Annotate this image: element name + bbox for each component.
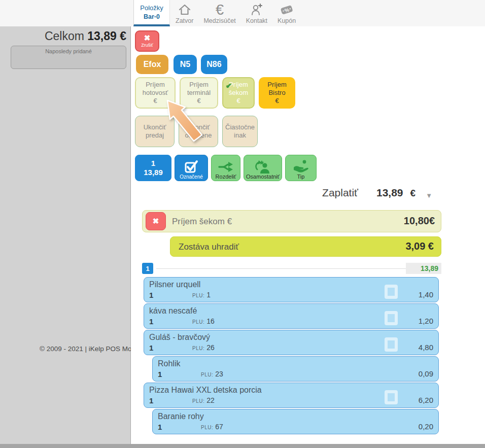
item-checkbox[interactable] (385, 337, 398, 352)
tab-label: Položky (140, 4, 163, 12)
marked-button[interactable]: Označené (175, 155, 208, 181)
remaining-row: Zostáva uhradiť 3,09 € (170, 236, 441, 257)
close-icon: ✖ (144, 35, 151, 42)
device-button-n86[interactable]: N86 (201, 55, 227, 74)
item-name: Pilsner urquell (149, 280, 200, 289)
group-number-badge: 1 (142, 263, 153, 274)
item-name: káva nescafé (149, 306, 197, 316)
nav-item-kontakt[interactable]: Kontakt (241, 0, 272, 24)
nav-label: Zatvor (176, 17, 193, 24)
plu-label: PLU: (192, 319, 204, 325)
total-value: 13,89 € (87, 29, 126, 43)
order-total: Celkom 13,89 € (45, 29, 126, 43)
toolbar-nav: Zatvor € Medzisúčet Kontakt % Kupón (170, 0, 301, 26)
pay-amount: 13,89 (376, 187, 403, 199)
receipt-item-row[interactable]: Pizza Hawai XXL detska porcia 1 PLU: 22 … (144, 383, 439, 408)
payment-entry-row: ✖ Príjem šekom € 10,80€ (142, 210, 441, 232)
item-qty: 1 (149, 343, 153, 352)
item-qty: 1 (149, 317, 153, 326)
home-icon (178, 2, 192, 17)
remaining-label: Zostáva uhradiť (179, 242, 239, 252)
main-panel: ✖ Zrušiť Efox N5 N86 Príjem hotovosť € P… (131, 26, 485, 444)
item-checkbox[interactable] (385, 311, 398, 325)
tip-button[interactable]: Tip (285, 155, 317, 181)
check-icon: ✔ (226, 82, 232, 90)
nav-label: Kontakt (246, 17, 267, 24)
cancel-label: Zrušiť (141, 43, 153, 48)
separate-person-icon (254, 159, 272, 174)
plu-value: 67 (215, 423, 223, 431)
item-qty: 1 (149, 396, 153, 405)
nav-label: Kupón (278, 17, 296, 24)
item-price: 0,20 (419, 422, 433, 431)
order-sidebar: Celkom 13,89 € Naposledy pridané © 2009 … (0, 26, 131, 444)
chevron-down-icon[interactable]: ▼ (426, 192, 432, 199)
nav-label: Medzisúčet (203, 17, 235, 24)
close-icon: ✖ (153, 217, 159, 226)
coupon-icon: % (279, 2, 294, 17)
item-name: Baranie rohy (158, 412, 204, 421)
payment-button-cash[interactable]: Príjem hotovosť € (135, 77, 176, 109)
item-price: 1,40 (419, 290, 433, 299)
pay-label: Zaplatiť (322, 187, 358, 199)
finish-deferred-button[interactable]: Ukončiť odložene (179, 116, 218, 147)
item-qty: 1 (158, 423, 162, 431)
item-price: 1,20 (419, 317, 433, 325)
plu-label: PLU: (192, 398, 204, 404)
plu-value: 1 (206, 291, 211, 299)
split-icon (217, 160, 234, 174)
recently-added-label: Naposledy pridané (11, 46, 126, 54)
divider (156, 268, 406, 269)
plu-value: 26 (206, 343, 215, 352)
payment-button-cheque-selected[interactable]: ✔ Príjem šekom € (222, 77, 255, 109)
remove-payment-button[interactable]: ✖ (146, 212, 166, 230)
receipt-subitem-row[interactable]: Baranie rohy 1 PLU: 67 0,20 (152, 409, 439, 434)
bottom-edge-strip (0, 444, 485, 448)
receipt-subitem-row[interactable]: Rohlik 1 PLU: 23 0,09 (152, 356, 439, 382)
partial-other-button[interactable]: Čiastočne inak (222, 116, 258, 147)
item-price: 6,20 (419, 396, 433, 404)
receipt-item-row[interactable]: káva nescafé 1 PLU: 16 1,20 (144, 303, 439, 329)
item-price: 4,80 (419, 343, 433, 352)
plu-value: 22 (206, 396, 215, 404)
receipt-item-row[interactable]: Pilsner urquell 1 PLU: 1 1,40 (144, 277, 439, 302)
plu-label: PLU: (192, 346, 204, 351)
item-name: Rohlik (158, 359, 180, 368)
selection-count-button[interactable]: 1 13,89 (135, 155, 171, 181)
pos-screen: Položky Bar-0 Zatvor € Medzisúčet Kontak… (0, 0, 485, 448)
euro-icon: € (216, 2, 224, 17)
split-button[interactable]: Rozdeliť (211, 155, 240, 181)
finish-sale-button[interactable]: Ukončiť predaj (135, 116, 175, 147)
item-qty: 1 (158, 370, 162, 378)
tab-sublabel: Bar-0 (144, 13, 160, 20)
pay-summary-line: Zaplatiť 13,89 € ▼ (131, 187, 485, 204)
payment-amount: 10,80€ (404, 215, 435, 227)
device-button-efox[interactable]: Efox (136, 55, 168, 74)
item-qty: 1 (149, 291, 153, 299)
nav-item-medzisucet[interactable]: € Medzisúčet (198, 0, 240, 24)
plu-value: 23 (215, 370, 223, 378)
selection-amount: 13,89 (144, 168, 163, 177)
item-checkbox[interactable] (385, 285, 398, 299)
receipt-item-row[interactable]: Guláš - bravčový 1 PLU: 26 4,80 (144, 330, 439, 355)
recently-added-panel: Naposledy pridané (11, 46, 126, 69)
selection-count: 1 (151, 159, 155, 168)
plu-label: PLU: (201, 425, 213, 430)
payment-button-terminal[interactable]: Príjem terminál € (180, 77, 218, 109)
plu-value: 16 (206, 317, 215, 325)
plu-label: PLU: (201, 372, 213, 377)
tip-hand-coin-icon (292, 159, 310, 174)
checkbox-check-icon (184, 159, 199, 174)
device-button-n5[interactable]: N5 (174, 55, 197, 74)
nav-item-zatvor[interactable]: Zatvor (170, 0, 198, 24)
add-contact-icon (250, 2, 264, 17)
payment-button-bistro[interactable]: Príjem Bistro € (259, 77, 295, 109)
total-label: Celkom (45, 29, 84, 43)
item-name: Pizza Hawai XXL detska porcia (149, 386, 262, 395)
tab-polozky-bar0[interactable]: Položky Bar-0 (133, 0, 170, 26)
item-checkbox[interactable] (385, 390, 398, 404)
nav-item-kupon[interactable]: % Kupón (272, 0, 301, 24)
separate-button[interactable]: Osamostatniť (244, 155, 282, 181)
cancel-button[interactable]: ✖ Zrušiť (135, 30, 159, 52)
payment-method-label: Príjem šekom € (172, 217, 232, 227)
